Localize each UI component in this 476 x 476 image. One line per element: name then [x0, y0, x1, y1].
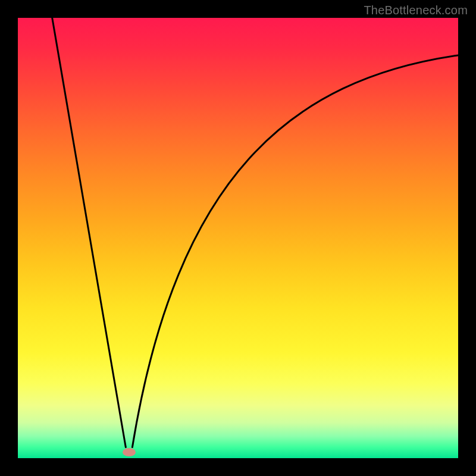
chart-frame: TheBottleneck.com [0, 0, 476, 476]
bottleneck-curve [52, 18, 458, 447]
plot-area [18, 18, 458, 458]
minimum-marker [123, 448, 136, 456]
watermark-text: TheBottleneck.com [364, 4, 468, 17]
curve-svg [18, 18, 458, 458]
